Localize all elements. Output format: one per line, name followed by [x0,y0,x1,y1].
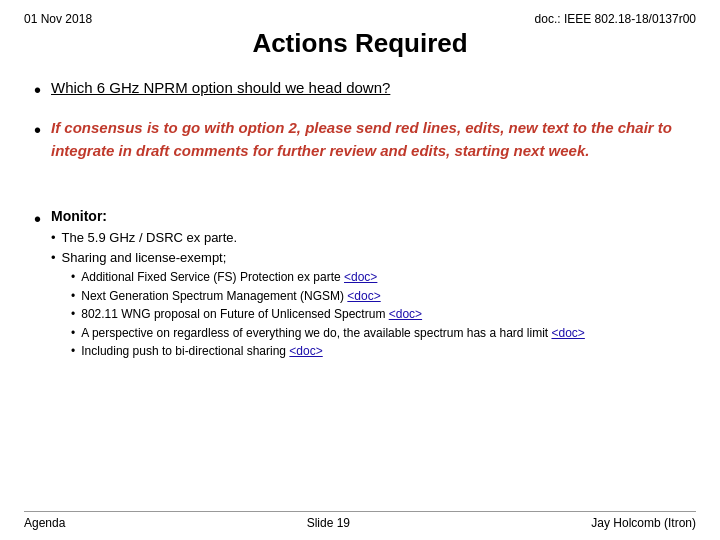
sub-list-item: • Sharing and license-exempt; [51,248,585,268]
sub-sub-text-3: 802.11 WNG proposal on Future of Unlicen… [81,305,422,324]
monitor-section: • Monitor: • The 5.9 GHz / DSRC ex parte… [34,206,686,361]
bullet-dot: • [34,206,41,232]
list-item: • If consensus is to go with option 2, p… [34,117,686,162]
sub-sub-bullet: • [71,305,75,324]
slide-date: 01 Nov 2018 [24,12,92,26]
sub-item-text-1: The 5.9 GHz / DSRC ex parte. [62,228,238,248]
sub-sub-bullet: • [71,287,75,306]
content-area: • Which 6 GHz NPRM option should we head… [24,77,696,511]
footer: Agenda Slide 19 Jay Holcomb (Itron) [24,511,696,530]
sub-sub-bullet: • [71,268,75,287]
monitor-title: Monitor: [51,208,107,224]
bullet-dot: • [34,117,41,143]
footer-right: Jay Holcomb (Itron) [591,516,696,530]
bullet-text-2: If consensus is to go with option 2, ple… [51,117,686,162]
list-item: • A perspective on regardless of everyth… [71,324,585,343]
bullet-text-1: Which 6 GHz NPRM option should we head d… [51,77,390,100]
sub-sub-text-4: A perspective on regardless of everythin… [81,324,585,343]
sub-bullet-dot: • [51,228,56,248]
list-item: • Next Generation Spectrum Management (N… [71,287,585,306]
doc-link-2[interactable]: <doc> [347,289,380,303]
doc-link-5[interactable]: <doc> [289,344,322,358]
bullet-dot: • [34,77,41,103]
list-item: • Which 6 GHz NPRM option should we head… [34,77,686,103]
sub-item-text-2: Sharing and license-exempt; [62,248,227,268]
doc-ref: doc.: IEEE 802.18-18/0137r00 [535,12,696,26]
sub-sub-text-1: Additional Fixed Service (FS) Protection… [81,268,377,287]
sub-list-item: • The 5.9 GHz / DSRC ex parte. [51,228,585,248]
sub-sub-text-2: Next Generation Spectrum Management (NGS… [81,287,381,306]
sub-sub-list: • Additional Fixed Service (FS) Protecti… [71,268,585,361]
sub-bullet-dot: • [51,248,56,268]
sub-sub-bullet: • [71,324,75,343]
list-item: • Additional Fixed Service (FS) Protecti… [71,268,585,287]
footer-left: Agenda [24,516,65,530]
doc-link-3[interactable]: <doc> [389,307,422,321]
list-item: • 802.11 WNG proposal on Future of Unlic… [71,305,585,324]
slide-title: Actions Required [252,28,467,58]
monitor-content: Monitor: • The 5.9 GHz / DSRC ex parte. … [51,206,585,361]
footer-center: Slide 19 [307,516,350,530]
doc-link-1[interactable]: <doc> [344,270,377,284]
list-item: • Including push to bi-directional shari… [71,342,585,361]
sub-sub-text-5: Including push to bi-directional sharing… [81,342,323,361]
doc-link-4[interactable]: <doc> [551,326,584,340]
sub-sub-bullet: • [71,342,75,361]
